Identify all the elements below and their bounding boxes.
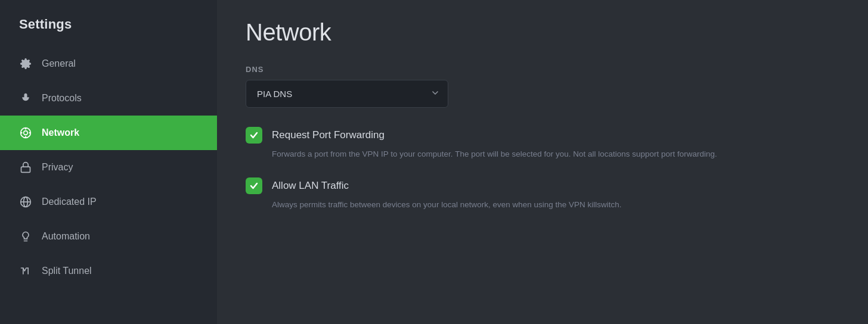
sidebar-item-general[interactable]: General xyxy=(0,46,217,81)
sidebar-item-label-automation: Automation xyxy=(42,231,90,242)
sidebar-item-label-privacy: Privacy xyxy=(42,162,73,173)
globe-icon xyxy=(19,195,32,208)
svg-point-4 xyxy=(25,136,27,138)
sidebar-title: Settings xyxy=(0,0,217,46)
dns-label: DNS xyxy=(246,65,839,74)
sidebar-item-privacy[interactable]: Privacy xyxy=(0,150,217,185)
svg-rect-7 xyxy=(21,167,30,172)
svg-point-6 xyxy=(29,132,30,134)
page-title: Network xyxy=(246,19,839,46)
sidebar-item-dedicated-ip[interactable]: Dedicated IP xyxy=(0,185,217,219)
lan-traffic-header: Allow LAN Traffic xyxy=(246,177,839,194)
lock-icon xyxy=(19,161,32,174)
sidebar-item-label-protocols: Protocols xyxy=(42,93,82,104)
lan-traffic-setting: Allow LAN Traffic Always permits traffic… xyxy=(246,177,839,211)
microphone-icon xyxy=(19,92,32,105)
sidebar: Settings General Protocols xyxy=(0,0,217,324)
port-forwarding-description: Forwards a port from the VPN IP to your … xyxy=(272,148,808,161)
main-content: Network DNS PIA DNS Custom DNS Request P… xyxy=(217,0,868,324)
port-forwarding-checkbox[interactable] xyxy=(246,127,262,144)
sidebar-item-label-network: Network xyxy=(42,127,79,138)
lan-traffic-label: Allow LAN Traffic xyxy=(272,180,349,192)
port-forwarding-header: Request Port Forwarding xyxy=(246,127,839,144)
lan-traffic-checkbox[interactable] xyxy=(246,177,262,194)
dns-dropdown[interactable]: PIA DNS Custom DNS xyxy=(246,80,448,108)
gear-icon xyxy=(19,57,32,70)
sidebar-item-protocols[interactable]: Protocols xyxy=(0,81,217,116)
lan-traffic-description: Always permits traffic between devices o… xyxy=(272,199,808,211)
sidebar-item-network[interactable]: Network xyxy=(0,116,217,150)
sidebar-item-label-general: General xyxy=(42,58,76,69)
sidebar-item-label-split-tunnel: Split Tunnel xyxy=(42,266,92,276)
port-forwarding-setting: Request Port Forwarding Forwards a port … xyxy=(246,127,839,161)
lightbulb-icon xyxy=(19,230,32,243)
dns-select-container: PIA DNS Custom DNS xyxy=(246,80,448,108)
network-icon xyxy=(19,126,32,139)
sidebar-item-automation[interactable]: Automation xyxy=(0,219,217,254)
svg-point-2 xyxy=(24,131,28,135)
split-icon xyxy=(19,264,32,278)
port-forwarding-label: Request Port Forwarding xyxy=(272,129,385,141)
svg-point-3 xyxy=(25,128,27,130)
sidebar-item-label-dedicated-ip: Dedicated IP xyxy=(42,197,97,207)
sidebar-item-split-tunnel[interactable]: Split Tunnel xyxy=(0,254,217,288)
dns-section: DNS PIA DNS Custom DNS xyxy=(246,65,839,108)
svg-point-5 xyxy=(21,132,23,134)
